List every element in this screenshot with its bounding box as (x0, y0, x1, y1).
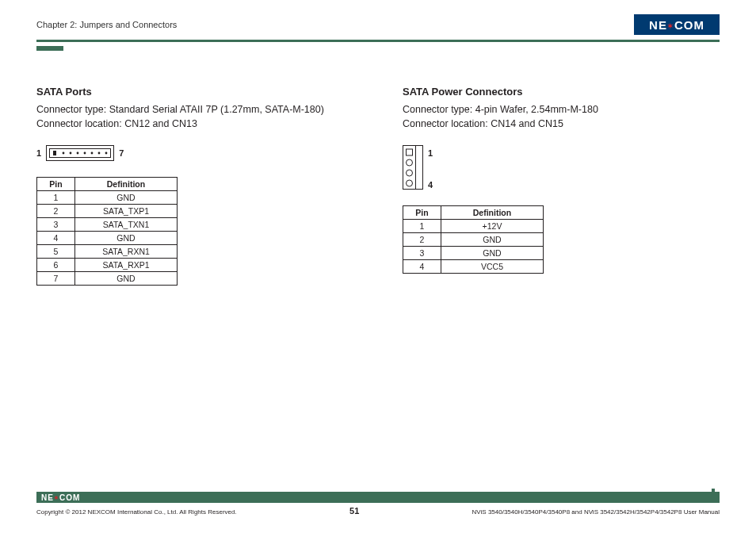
pin-4-label: 4 (428, 180, 433, 190)
footer-line: Copyright © 2012 NEXCOM International Co… (36, 506, 720, 516)
section-title: SATA Ports (36, 86, 353, 98)
table-row: 4VCC5 (403, 260, 544, 274)
footer-logo: NE✶COM (41, 493, 80, 502)
section-title: SATA Power Connectors (403, 86, 720, 98)
svg-rect-11 (416, 146, 423, 190)
page-header: Chapter 2: Jumpers and Connectors NE✶COM (36, 14, 720, 35)
power-pin-table: Pin Definition 1+12V 2GND 3GND 4VCC5 (403, 205, 544, 274)
svg-point-3 (63, 152, 65, 155)
col-pin: Pin (37, 178, 75, 191)
page-number: 51 (349, 506, 359, 516)
svg-point-14 (407, 170, 413, 176)
svg-point-15 (407, 180, 413, 186)
svg-rect-17 (712, 489, 715, 492)
wafer-pin-labels: 1 4 (428, 145, 433, 190)
svg-point-13 (407, 159, 413, 166)
star-icon: ✶ (667, 22, 674, 30)
sata-connector-diagram: 1 7 (36, 145, 353, 161)
svg-rect-10 (403, 146, 416, 190)
table-row: 2SATA_TXP1 (37, 205, 178, 218)
col-definition: Definition (441, 206, 544, 220)
table-row: 4GND (37, 232, 178, 245)
section-description: Connector type: Standard Serial ATAII 7P… (36, 102, 353, 131)
header-rule (36, 40, 720, 42)
footer-decor-icon (705, 492, 720, 503)
chapter-title: Chapter 2: Jumpers and Connectors (36, 20, 177, 29)
wafer-connector-diagram: 1 4 (403, 145, 720, 190)
table-row: 6SATA_RXP1 (37, 259, 178, 272)
manual-title: NViS 3540/3540H/3540P4/3540P8 and NViS 3… (472, 508, 720, 516)
section-description: Connector type: 4-pin Wafer, 2.54mm-M-18… (403, 102, 720, 131)
pin-1-label: 1 (428, 148, 433, 158)
sata-7p-icon (46, 145, 114, 161)
svg-rect-18 (712, 493, 720, 501)
svg-point-6 (84, 152, 86, 155)
svg-point-9 (105, 152, 108, 155)
svg-rect-0 (47, 146, 114, 161)
footer-bar: NE✶COM (36, 492, 720, 503)
svg-point-8 (98, 152, 101, 155)
sata-pin-table: Pin Definition 1GND 2SATA_TXP1 3SATA_TXN… (36, 177, 178, 286)
sata-ports-section: SATA Ports Connector type: Standard Seri… (36, 86, 353, 286)
svg-point-7 (91, 152, 94, 155)
col-pin: Pin (403, 206, 441, 220)
pin-1-label: 1 (36, 148, 41, 158)
table-row: 1GND (37, 191, 178, 205)
star-icon: ✶ (54, 495, 59, 500)
header-accent (36, 46, 63, 51)
svg-rect-16 (705, 497, 710, 501)
svg-rect-2 (53, 151, 56, 155)
svg-point-5 (77, 152, 79, 155)
table-row: 7GND (37, 272, 178, 286)
table-row: 5SATA_RXN1 (37, 245, 178, 259)
svg-rect-12 (407, 149, 413, 155)
nexcom-logo: NE✶COM (634, 14, 720, 35)
table-row: 1+12V (403, 220, 544, 233)
sata-power-section: SATA Power Connectors Connector type: 4-… (403, 86, 720, 286)
copyright: Copyright © 2012 NEXCOM International Co… (36, 508, 237, 516)
table-row: 3GND (403, 247, 544, 260)
logo-text: NE✶COM (649, 18, 704, 32)
col-definition: Definition (75, 178, 178, 191)
svg-rect-1 (50, 149, 111, 158)
pin-7-label: 7 (119, 148, 124, 158)
table-row: 3SATA_TXN1 (37, 218, 178, 232)
wafer-4pin-icon (403, 145, 423, 190)
table-row: 2GND (403, 233, 544, 247)
svg-point-4 (70, 152, 72, 155)
